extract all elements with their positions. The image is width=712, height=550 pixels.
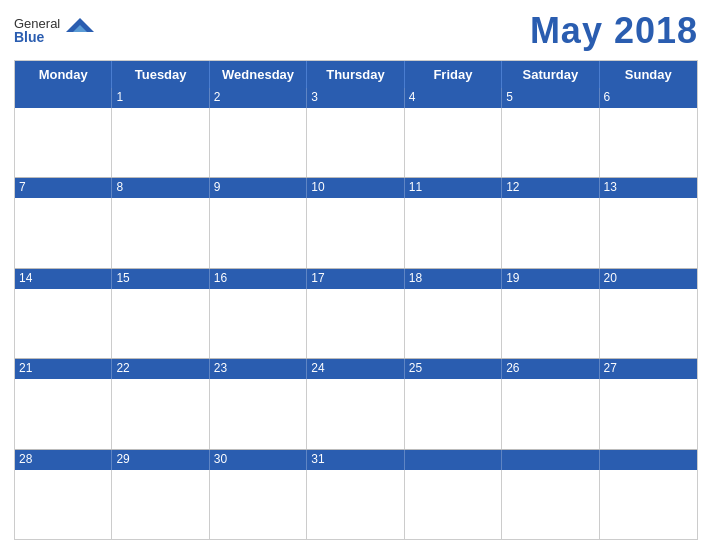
w4d5-label: 25: [405, 359, 502, 379]
w3d7-cell: [600, 289, 697, 358]
w4d7-cell: [600, 379, 697, 448]
w3d1-label: 14: [15, 269, 112, 289]
header-sunday: Sunday: [600, 61, 697, 88]
logo-blue: Blue: [14, 30, 44, 45]
w1d7-cell: [600, 108, 697, 177]
w1d1-label: [15, 88, 112, 108]
w1d6-cell: [502, 108, 599, 177]
w5d7-label: [600, 450, 697, 470]
week-2: 7 8 9 10 11 12 13: [15, 178, 697, 268]
header-thursday: Thursday: [307, 61, 404, 88]
w5d5-cell: [405, 470, 502, 539]
month-title: May 2018: [530, 10, 698, 52]
week-5-dates: 28 29 30 31: [15, 450, 697, 470]
w5d2-cell: [112, 470, 209, 539]
header-wednesday: Wednesday: [210, 61, 307, 88]
header-tuesday: Tuesday: [112, 61, 209, 88]
header-saturday: Saturday: [502, 61, 599, 88]
w2d6-cell: [502, 198, 599, 267]
week-1-cells: [15, 108, 697, 177]
w4d4-cell: [307, 379, 404, 448]
w2d7-cell: [600, 198, 697, 267]
w3d6-cell: [502, 289, 599, 358]
week-4-dates: 21 22 23 24 25 26 27: [15, 359, 697, 379]
w3d2-label: 15: [112, 269, 209, 289]
week-1-dates: 1 2 3 4 5 6: [15, 88, 697, 108]
week-3-dates: 14 15 16 17 18 19 20: [15, 269, 697, 289]
header-monday: Monday: [15, 61, 112, 88]
w1d5-cell: [405, 108, 502, 177]
calendar-grid: Monday Tuesday Wednesday Thursday Friday…: [14, 60, 698, 540]
w1d2-cell: [112, 108, 209, 177]
w1d3-cell: [210, 108, 307, 177]
w5d7-cell: [600, 470, 697, 539]
w3d6-label: 19: [502, 269, 599, 289]
header-friday: Friday: [405, 61, 502, 88]
w2d7-label: 13: [600, 178, 697, 198]
week-3-cells: [15, 289, 697, 358]
w5d6-cell: [502, 470, 599, 539]
w5d4-cell: [307, 470, 404, 539]
week-2-dates: 7 8 9 10 11 12 13: [15, 178, 697, 198]
calendar-body: 1 2 3 4 5 6: [15, 88, 697, 539]
page-header: General Blue May 2018: [14, 10, 698, 52]
w5d3-cell: [210, 470, 307, 539]
w2d3-cell: [210, 198, 307, 267]
w2d1-cell: [15, 198, 112, 267]
w3d4-label: 17: [307, 269, 404, 289]
w5d6-label: [502, 450, 599, 470]
w4d2-cell: [112, 379, 209, 448]
week-1: 1 2 3 4 5 6: [15, 88, 697, 178]
w4d5-cell: [405, 379, 502, 448]
w2d2-cell: [112, 198, 209, 267]
w4d7-label: 27: [600, 359, 697, 379]
w4d3-label: 23: [210, 359, 307, 379]
week-2-cells: [15, 198, 697, 267]
w4d3-cell: [210, 379, 307, 448]
logo: General Blue: [14, 17, 94, 45]
w4d1-cell: [15, 379, 112, 448]
w3d7-label: 20: [600, 269, 697, 289]
w2d6-label: 12: [502, 178, 599, 198]
w2d5-label: 11: [405, 178, 502, 198]
w3d2-cell: [112, 289, 209, 358]
w5d1-label: 28: [15, 450, 112, 470]
w4d6-cell: [502, 379, 599, 448]
w3d3-cell: [210, 289, 307, 358]
calendar-page: General Blue May 2018 Monday Tuesday Wed…: [0, 0, 712, 550]
w2d3-label: 9: [210, 178, 307, 198]
w3d1-cell: [15, 289, 112, 358]
w1d1-cell: [15, 108, 112, 177]
w3d5-label: 18: [405, 269, 502, 289]
w3d5-cell: [405, 289, 502, 358]
w1d4-cell: [307, 108, 404, 177]
w4d1-label: 21: [15, 359, 112, 379]
w3d4-cell: [307, 289, 404, 358]
w1d5-label: 4: [405, 88, 502, 108]
w1d6-label: 5: [502, 88, 599, 108]
w4d6-label: 26: [502, 359, 599, 379]
week-4-cells: [15, 379, 697, 448]
w2d2-label: 8: [112, 178, 209, 198]
week-4: 21 22 23 24 25 26 27: [15, 359, 697, 449]
w1d7-label: 6: [600, 88, 697, 108]
w1d2-label: 1: [112, 88, 209, 108]
week-5-cells: [15, 470, 697, 539]
w2d1-label: 7: [15, 178, 112, 198]
w4d2-label: 22: [112, 359, 209, 379]
w5d5-label: [405, 450, 502, 470]
w1d4-label: 3: [307, 88, 404, 108]
week-5: 28 29 30 31: [15, 450, 697, 539]
w3d3-label: 16: [210, 269, 307, 289]
w2d4-label: 10: [307, 178, 404, 198]
w2d4-cell: [307, 198, 404, 267]
w5d3-label: 30: [210, 450, 307, 470]
calendar-header: Monday Tuesday Wednesday Thursday Friday…: [15, 61, 697, 88]
w2d5-cell: [405, 198, 502, 267]
w5d4-label: 31: [307, 450, 404, 470]
week-3: 14 15 16 17 18 19 20: [15, 269, 697, 359]
w1d3-label: 2: [210, 88, 307, 108]
w5d2-label: 29: [112, 450, 209, 470]
w4d4-label: 24: [307, 359, 404, 379]
w5d1-cell: [15, 470, 112, 539]
